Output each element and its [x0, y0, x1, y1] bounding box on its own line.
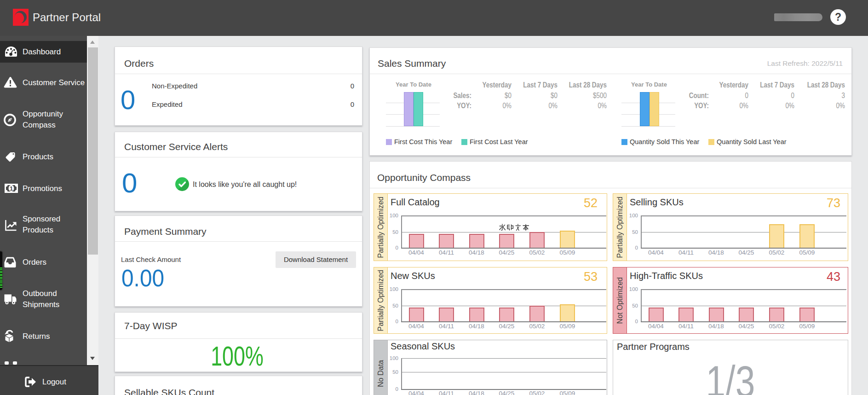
svg-text:1: 1	[10, 185, 13, 192]
